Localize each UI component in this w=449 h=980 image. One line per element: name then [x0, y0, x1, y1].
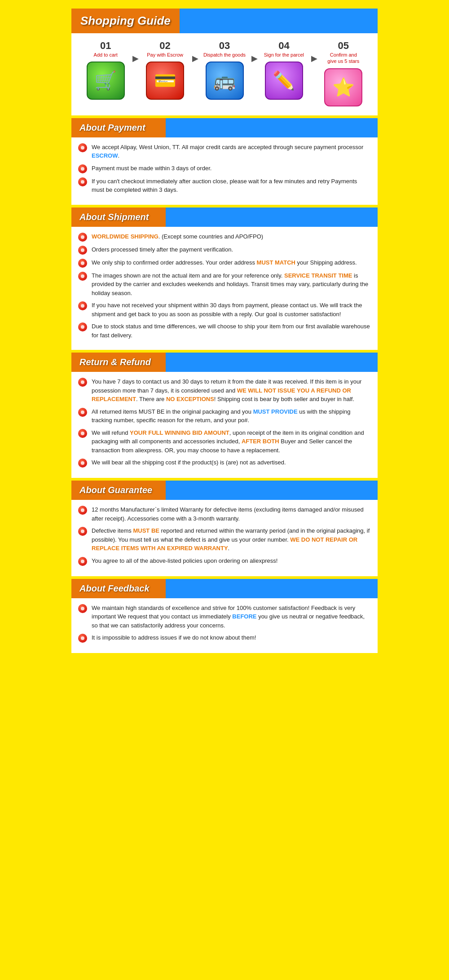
- payment-text-2: Payment must be made within 3 days of or…: [92, 164, 371, 173]
- payment-text-1: We accept Alipay, West Union, TT. All ma…: [92, 143, 371, 160]
- payment-text-3: If you can't checkout immediately after …: [92, 177, 371, 194]
- guarantee-bullet-1: 12 months Manufacturer`s limited Warrant…: [78, 505, 371, 523]
- payment-bullet-2: Payment must be made within 3 days of or…: [78, 164, 371, 173]
- step-1-desc: Add to cart: [94, 52, 118, 58]
- return-text-2: All returned items MUST BE in the origin…: [92, 407, 371, 425]
- return-title: Return & Refund: [79, 357, 158, 367]
- bullet-icon: [78, 557, 87, 566]
- guarantee-header-orange: About Guarantee: [71, 481, 166, 500]
- page-title: Shopping Guide: [80, 14, 171, 28]
- bullet-icon: [78, 527, 87, 536]
- shopping-guide-header: Shopping Guide: [71, 9, 378, 33]
- step-3: 03 Dispatch the goods 🚌 ▶: [195, 40, 254, 100]
- step-4: 04 Sign for the parcel ✏️ ▶: [254, 40, 313, 100]
- feedback-bullet-2: It is impossible to address issues if we…: [78, 633, 371, 643]
- bullet-icon: [78, 177, 87, 186]
- step-3-icon: 🚌: [206, 62, 244, 100]
- return-text-1: You have 7 days to contact us and 30 day…: [92, 377, 371, 404]
- payment-content: We accept Alipay, West Union, TT. All ma…: [71, 137, 378, 205]
- shipment-bullet-2: Orders processed timely after the paymen…: [78, 245, 371, 255]
- before-link[interactable]: BEFORE: [232, 613, 256, 620]
- bullet-icon: [78, 322, 87, 331]
- shipment-header-blue: [166, 207, 378, 227]
- guarantee-title: About Guarantee: [79, 485, 158, 495]
- step-1-arrow: ▶: [132, 53, 139, 63]
- guarantee-section-header: About Guarantee: [71, 481, 378, 500]
- feedback-header-orange: About Feedback: [71, 579, 166, 598]
- step-1: 01 Add to cart 🛒 ▶: [76, 40, 135, 100]
- bullet-icon: [78, 604, 87, 613]
- guarantee-text-3: You agree to all of the above-listed pol…: [92, 556, 371, 565]
- shipment-bullet-4: The images shown are not the actual item…: [78, 271, 371, 298]
- shipment-bullet-5: If you have not received your shipment w…: [78, 301, 371, 318]
- step-2-label: 02 Pay with Escrow: [147, 40, 183, 58]
- bullet-icon: [78, 408, 87, 417]
- feedback-section-header: About Feedback: [71, 579, 378, 598]
- guarantee-text-1: 12 months Manufacturer`s limited Warrant…: [92, 505, 371, 523]
- guarantee-content: 12 months Manufacturer`s limited Warrant…: [71, 500, 378, 576]
- step-2-number: 02: [147, 40, 183, 52]
- step-5: 05 Confirm andgive us 5 stars ⭐: [314, 40, 373, 106]
- page-wrapper: Shopping Guide 01 Add to cart 🛒 ▶ 02 Pay…: [70, 7, 379, 655]
- bullet-icon: [78, 272, 87, 281]
- shipment-text-1: WORLDWIDE SHIPPING. (Except some countri…: [92, 232, 371, 241]
- step-4-icon: ✏️: [265, 62, 303, 100]
- step-2-desc: Pay with Escrow: [147, 52, 183, 58]
- shipment-text-5: If you have not received your shipment w…: [92, 301, 371, 318]
- payment-header-blue: [166, 118, 378, 137]
- worldwide-link[interactable]: WORLDWIDE SHIPPING: [92, 233, 158, 240]
- bullet-icon: [78, 506, 87, 515]
- no-repair-text: WE DO NOT REPAIR OR REPLACE ITEMS WITH A…: [92, 536, 357, 552]
- bullet-icon: [78, 164, 87, 173]
- step-4-arrow: ▶: [311, 53, 317, 63]
- feedback-content: We maintain high standards of excellence…: [71, 598, 378, 653]
- bullet-icon: [78, 301, 87, 310]
- payment-header-orange: About Payment: [71, 118, 166, 137]
- return-content: You have 7 days to contact us and 30 day…: [71, 372, 378, 478]
- step-1-icon: 🛒: [87, 62, 125, 100]
- shipment-bullet-1: WORLDWIDE SHIPPING. (Except some countri…: [78, 232, 371, 242]
- return-text-3: We will refund YOUR FULL WINNING BID AMO…: [92, 428, 371, 455]
- feedback-title: About Feedback: [79, 583, 158, 594]
- return-bullet-2: All returned items MUST BE in the origin…: [78, 407, 371, 425]
- bullet-icon: [78, 459, 87, 468]
- payment-title: About Payment: [79, 123, 158, 133]
- step-2-icon: 💳: [146, 62, 184, 100]
- step-4-label: 04 Sign for the parcel: [264, 40, 304, 58]
- return-section-header: Return & Refund: [71, 353, 378, 372]
- service-transit-link[interactable]: SERVICE TRANSIT TIME: [284, 272, 352, 279]
- bullet-icon: [78, 143, 87, 152]
- step-3-number: 03: [203, 40, 246, 52]
- header-blue-bg: [180, 9, 378, 33]
- shipment-header-orange: About Shipment: [71, 207, 166, 227]
- shipment-bullet-6: Due to stock status and time differences…: [78, 322, 371, 340]
- step-5-number: 05: [327, 40, 359, 52]
- return-header-blue: [166, 353, 378, 372]
- shipment-text-2: Orders processed timely after the paymen…: [92, 245, 371, 254]
- step-3-arrow: ▶: [251, 53, 258, 63]
- feedback-text-1: We maintain high standards of excellence…: [92, 604, 371, 630]
- step-3-desc: Dispatch the goods: [203, 52, 246, 58]
- shipment-section-header: About Shipment: [71, 207, 378, 227]
- bullet-icon: [78, 378, 87, 387]
- guarantee-bullet-2: Defective items MUST BE reported and ret…: [78, 526, 371, 553]
- guarantee-header-blue: [166, 481, 378, 500]
- feedback-text-2: It is impossible to address issues if we…: [92, 633, 371, 642]
- return-text-4: We will bear all the shipping cost if th…: [92, 458, 371, 467]
- return-bullet-1: You have 7 days to contact us and 30 day…: [78, 377, 371, 404]
- step-1-label: 01 Add to cart: [94, 40, 118, 58]
- after-both-text: AFTER BOTH: [242, 438, 279, 445]
- escrow-link[interactable]: ESCROW: [92, 152, 118, 159]
- feedback-header-blue: [166, 579, 378, 598]
- shipment-text-6: Due to stock status and time differences…: [92, 322, 371, 340]
- return-header-orange: Return & Refund: [71, 353, 166, 372]
- shipment-text-4: The images shown are not the actual item…: [92, 271, 371, 298]
- shipment-text-3: We only ship to confirmed order addresse…: [92, 258, 371, 267]
- return-bullet-4: We will bear all the shipping cost if th…: [78, 458, 371, 468]
- step-4-number: 04: [264, 40, 304, 52]
- step-1-number: 01: [94, 40, 118, 52]
- must-match-link: MUST MATCH: [257, 259, 295, 266]
- header-orange-bg: Shopping Guide: [71, 9, 180, 33]
- step-5-label: 05 Confirm andgive us 5 stars: [327, 40, 359, 65]
- step-3-label: 03 Dispatch the goods: [203, 40, 246, 58]
